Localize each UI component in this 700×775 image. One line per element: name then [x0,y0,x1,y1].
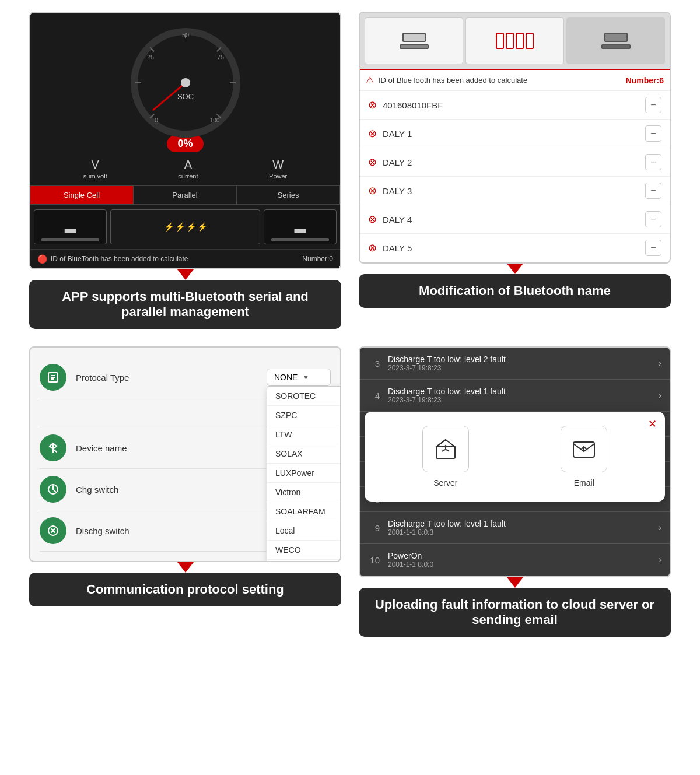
fault-modal-container: ✕ Server [365,412,665,502]
fault-info-4: Discharge T too low: level 1 fault 2023-… [388,387,650,404]
fault-date-3: 2023-3-7 19:8:23 [388,364,650,372]
bat-icon-4: ⚡ [197,222,207,232]
bt-list-item-4: ⊗ DALY 4 − [360,205,670,234]
tab-series[interactable]: Series [237,186,340,204]
bt-list-icon-3: ⊗ [368,184,377,197]
svg-text:50: 50 [181,31,188,38]
bt-minus-3[interactable]: − [645,183,662,199]
arrow-down-1 [177,269,194,280]
dropdown-item-7[interactable]: Local [267,521,341,541]
modal-close-button[interactable]: ✕ [648,418,657,430]
bt-screen: ⚠ ID of BlueTooth has been added to calc… [359,12,671,264]
dropdown-item-3[interactable]: SOLAX [267,444,341,464]
cell-block-single: ▬ [34,209,107,244]
metric-volt: V sum volt [83,158,107,180]
fault-title-10: PowerOn [388,551,650,560]
dropdown-item-5[interactable]: Victron [267,483,341,502]
bt-list-icon-0: ⊗ [368,99,377,111]
bt-footer-text: ID of BlueTooth has been added to calcul… [51,255,188,263]
bt-top-row [360,13,670,70]
bms-screen: 25 50 75 0 100 SOC 0% V [29,12,341,269]
bt-list-item-5: ⊗ DALY 5 − [360,234,670,262]
bt-footer-icon: 🔴 [37,254,47,264]
tab-parallel[interactable]: Parallel [134,186,237,204]
comm-label-protocol: Protocal Type [76,373,257,383]
bt-status-row: ⚠ ID of BlueTooth has been added to calc… [360,70,670,91]
modal-email-option[interactable]: Email [561,426,607,488]
fault-item-3: 3 Discharge T too low: level 2 fault 202… [360,348,670,380]
dropdown-item-2[interactable]: LTW [267,425,341,444]
dropdown-item-4[interactable]: LUXPower [267,464,341,483]
fault-title-3: Discharge T too low: level 2 fault [388,355,650,364]
fault-info-10: PowerOn 2001-1-1 8:0:0 [388,551,650,569]
tabs-row: Single Cell Parallel Series [30,185,340,204]
dropdown-item-8[interactable]: WECO [267,541,341,560]
comm-label-device: Device name [76,443,275,453]
email-label: Email [574,478,594,488]
bt-minus-1[interactable]: − [645,125,662,142]
email-icon-box [561,426,607,472]
chevron-down-icon: ▼ [302,373,309,381]
arrow-down-2 [507,264,523,274]
bt-list-name-0: 401608010FBF [383,100,639,110]
caption-2: Modification of Bluetooth name [359,274,671,308]
cell-bottom-bar-2 [271,238,329,241]
bt-id-section: 🔴 ID of BlueTooth has been added to calc… [37,254,188,264]
gauge-area: 25 50 75 0 100 SOC 0% V [30,13,340,185]
svg-text:75: 75 [216,54,223,61]
dropdown-item-0[interactable]: SOROTEC [267,387,341,406]
caption-4: Uploading fault information to cloud ser… [359,588,671,637]
server-icon-box [422,426,469,472]
fault-num-10: 10 [368,555,380,565]
bt-box-2 [466,17,564,64]
bat-icon-3: ⚡ [186,222,196,232]
single-battery-icon: ▬ [65,222,76,236]
svg-text:100: 100 [209,117,219,124]
bt-list-item-1: ⊗ DALY 1 − [360,120,670,148]
fault-title-4: Discharge T too low: level 1 fault [388,387,650,396]
bat-icon-1: ⚡ [164,222,174,232]
tab-single-cell[interactable]: Single Cell [30,186,134,204]
current-label: current [178,173,198,180]
svg-text:SOC: SOC [177,92,193,101]
bt-list-icon-1: ⊗ [368,127,377,140]
dropdown-item-9[interactable]: Soltaro [267,560,341,562]
caption-1: APP supports multi-Bluetooth serial and … [29,280,341,329]
dropdown-container: NONE ▼ SOROTEC SZPC LTW SOLAX LUXPower V… [267,369,331,386]
fault-info-9: Discharge T too low: level 1 fault 2001-… [388,519,650,536]
comm-icon-dischg [40,517,66,544]
fault-info-3: Discharge T too low: level 2 fault 2023-… [388,355,650,372]
fault-screen: 3 Discharge T too low: level 2 fault 202… [359,346,671,577]
cell-fault: 3 Discharge T too low: level 2 fault 202… [359,346,671,637]
bms-footer: 🔴 ID of BlueTooth has been added to calc… [30,249,340,268]
comm-icon-chg [40,476,66,503]
bt-number-badge: Number:6 [626,76,664,85]
bt-minus-5[interactable]: − [645,240,662,256]
svg-text:0: 0 [155,117,158,124]
arrow-down-3 [177,562,194,573]
comm-screen: Protocal Type NONE ▼ SOROTEC SZPC LTW SO… [29,346,341,562]
modal-server-option[interactable]: Server [422,426,469,488]
dropdown-menu: SOROTEC SZPC LTW SOLAX LUXPower Victron … [267,386,341,562]
bt-list-icon-5: ⊗ [368,241,377,254]
bat-icon-2: ⚡ [175,222,185,232]
dropdown-item-6[interactable]: SOALARFAM [267,502,341,521]
bt-status-text: ID of BlueTooth has been added to calcul… [379,76,621,85]
dropdown-value: NONE [274,373,298,382]
bt-minus-4[interactable]: − [645,211,662,227]
fault-date-9: 2001-1-1 8:0:3 [388,528,650,536]
bt-list-item-3: ⊗ DALY 3 − [360,177,670,205]
metric-current: A current [178,158,198,180]
fault-arrow-10: › [659,555,662,565]
current-icon: A [184,158,192,171]
bt-minus-0[interactable]: − [645,97,662,113]
fault-arrow-3: › [659,358,662,369]
fault-num-3: 3 [368,359,380,369]
power-label: Power [269,173,287,180]
dropdown-item-1[interactable]: SZPC [267,406,341,425]
protocol-dropdown[interactable]: NONE ▼ [267,369,331,386]
bt-minus-2[interactable]: − [645,154,662,170]
arrow-down-4 [507,577,523,588]
fault-arrow-4: › [659,390,662,401]
fault-date-10: 2001-1-1 8:0:0 [388,560,650,569]
